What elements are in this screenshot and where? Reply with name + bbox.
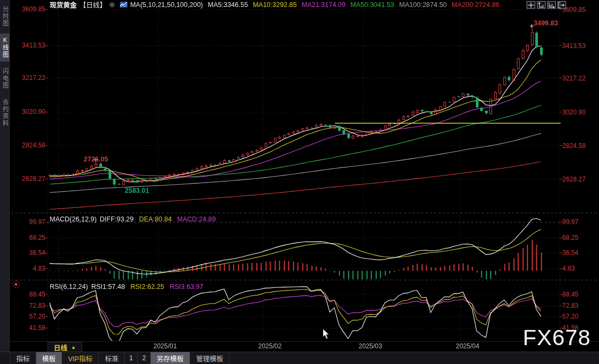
rsi2-value: RSI2:62.25 <box>130 283 164 291</box>
macd-diff-value: DIFF:93.29 <box>100 215 134 223</box>
period-label: 日线 <box>54 342 68 353</box>
tab-1[interactable]: 1 <box>125 352 138 364</box>
ma50-value: MA50:3041.53 <box>351 1 394 9</box>
macd-dea-value: DEA:80.84 <box>139 215 171 223</box>
trading-app-window: 分时图 K线图 闪电图 合约资料 现货黄金 【日线】 ⊕ MA(5,10,21,… <box>0 0 599 364</box>
rsi-axis-label-right: 88.45 <box>562 291 578 298</box>
sidebar-item-kline-chart[interactable]: K线图 <box>0 33 10 62</box>
price-axis-label-right: 3020.90 <box>562 109 585 116</box>
symbol-name: 现货黄金 <box>50 0 77 10</box>
macd-value: MACD:24.89 <box>177 215 216 223</box>
macd-axis-label-left: 68.25 <box>16 234 45 241</box>
ma10-value: MA10:3292.85 <box>253 1 297 9</box>
ma-indicator-icon <box>120 2 127 8</box>
x-axis-date-label: 2025/04 <box>456 342 479 350</box>
rsi3-value: RSI3:63.97 <box>170 283 204 291</box>
price-axis-label-right: 2628.27 <box>562 176 585 183</box>
move-chart-icon[interactable] <box>527 1 535 9</box>
macd-axis-label-right: 99.97 <box>562 218 578 226</box>
chart-canvas[interactable] <box>0 0 599 364</box>
price-axis-label-left: 3217.22 <box>16 74 45 82</box>
chart-toolbar-icons <box>527 1 566 9</box>
link-compare-icon[interactable]: ⊕ <box>109 1 115 9</box>
peak-high-annotation: 3499.83 <box>534 19 558 27</box>
rsi-axis-label-left: 57.20 <box>16 313 45 320</box>
tab-indicators[interactable]: 指标 <box>10 352 36 364</box>
macd-axis-label-left: 36.54 <box>16 249 45 257</box>
period-selector-button[interactable]: 日线 ▲ <box>48 342 82 353</box>
price-axis-label-left: 3020.90 <box>16 108 45 116</box>
rsi-panel-header: RSI(6,12,24) RSI1:57.48 RSI2:62.25 RSI3:… <box>50 283 204 291</box>
tab-templates[interactable]: 模板 <box>36 352 62 364</box>
rsi-title: RSI(6,12,24) <box>50 283 88 291</box>
rsi-axis-label-left: 41.58 <box>16 324 45 332</box>
period-tag: 【日线】 <box>79 0 106 10</box>
bottom-toolbar: 指标 模板 VIP指标 标准 1 2 另存模板 管理模板 <box>0 352 599 364</box>
macd-axis-label-left: 99.97 <box>16 218 45 226</box>
price-axis-label-left: 2628.27 <box>16 175 45 183</box>
tab-standard[interactable]: 标准 <box>99 352 125 364</box>
price-axis-label-left: 2824.58 <box>16 141 45 149</box>
ma21-value: MA21:3174.09 <box>301 1 345 9</box>
chart-header: 现货黄金 【日线】 ⊕ MA(5,10,21,50,100,200) MA5:3… <box>50 1 500 9</box>
price-axis-label-left: 3609.85 <box>16 5 45 13</box>
macd-title: MACD(26,12,9) <box>50 215 97 223</box>
sidebar-item-contract-info[interactable]: 合约资料 <box>0 96 10 130</box>
macd-axis-label-right: 68.25 <box>562 234 578 241</box>
x-axis-date-label: 2025/02 <box>258 342 281 350</box>
macd-axis-label-right: 36.54 <box>562 249 578 257</box>
macd-panel-header: MACD(26,12,9) DIFF:93.29 DEA:80.84 MACD:… <box>50 215 216 223</box>
price-axis-label-right: 3413.53 <box>562 42 585 50</box>
rsi-axis-label-left: 72.83 <box>16 302 45 309</box>
tab-manage-template[interactable]: 管理模板 <box>190 352 230 364</box>
price-axis-label-left: 3413.53 <box>16 42 45 49</box>
chart-type-sidebar: 分时图 K线图 闪电图 合约资料 <box>0 0 10 364</box>
ma200-value: MA200:2724.86 <box>452 1 499 9</box>
rsi1-value: RSI1:57.48 <box>91 283 125 291</box>
swing-high-annotation: 2726.05 <box>84 156 108 163</box>
macd-axis-label-right: 4.83 <box>562 265 575 272</box>
price-axis-label-right: 2824.58 <box>562 142 585 150</box>
tab-save-template[interactable]: 另存模板 <box>151 352 190 364</box>
x-axis-date-label: 2025/03 <box>359 342 382 350</box>
ma100-value: MA100:2874.50 <box>399 1 447 9</box>
tab-vip-indicators[interactable]: VIP指标 <box>62 352 99 364</box>
y-axis-scale-icon[interactable] <box>537 1 546 9</box>
fx678-watermark: FX678 <box>523 325 591 350</box>
live-marker-icon <box>12 281 19 288</box>
sidebar-item-flash-chart[interactable]: 闪电图 <box>0 65 10 92</box>
tab-2[interactable]: 2 <box>138 352 151 364</box>
ma-settings-label: MA(5,10,21,50,100,200) <box>130 1 203 9</box>
sidebar-item-time-chart[interactable]: 分时图 <box>0 3 10 30</box>
rsi-axis-label-right: 57.20 <box>562 313 578 320</box>
price-axis-label-right: 3217.22 <box>562 75 585 82</box>
x-axis-scale-icon[interactable] <box>547 1 556 9</box>
rsi-axis-label-right: 72.83 <box>562 302 578 309</box>
x-axis-date-label: 2025/01 <box>153 342 177 350</box>
mouse-cursor <box>322 328 330 340</box>
toolbar-corner-cell <box>0 352 10 364</box>
swing-low-annotation: 2583.01 <box>125 187 149 194</box>
ma5-value: MA5:3346.55 <box>208 1 248 9</box>
rsi-axis-label-left: 88.45 <box>16 291 45 298</box>
pan-right-icon[interactable] <box>557 1 566 9</box>
macd-axis-label-left: 4.83 <box>16 265 45 272</box>
period-arrow-icon: ▲ <box>71 345 76 350</box>
